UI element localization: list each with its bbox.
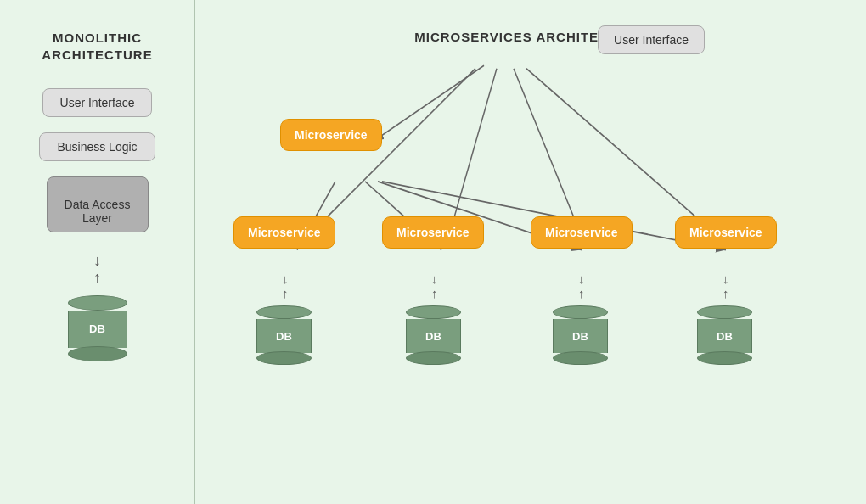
db4-top: [697, 305, 752, 319]
monolithic-business-logic-box: Business Logic: [39, 132, 155, 161]
db1-top: [256, 305, 312, 319]
db3-body: DB: [553, 319, 608, 353]
db4-bottom: [697, 351, 752, 365]
db-1: DB: [256, 305, 312, 365]
db1-bottom: [256, 351, 312, 365]
arrow-pair-1: ↓↑: [282, 272, 289, 300]
left-panel: MONOLITHIC ARCHITECTURE User Interface B…: [0, 0, 195, 504]
microservice-2: Microservice: [382, 216, 484, 249]
arrow-pair-2: ↓↑: [431, 272, 438, 300]
monolithic-arrow: ↓ ↑: [93, 253, 101, 287]
arrow-pair-3: ↓↑: [578, 272, 585, 300]
db1-body: DB: [256, 319, 312, 353]
microservice-4: Microservice: [675, 216, 777, 249]
db-2: DB: [406, 305, 461, 365]
db-top: [68, 295, 127, 311]
db2-bottom: [406, 351, 461, 365]
arrow-pair-4: ↓↑: [723, 272, 729, 300]
db-body: DB: [68, 311, 127, 348]
microservice-3: Microservice: [531, 216, 633, 249]
monolithic-title: MONOLITHIC ARCHITECTURE: [42, 30, 152, 63]
microservice-top: Microservice: [280, 119, 382, 151]
diagram-arrows: [195, 0, 866, 504]
db2-top: [406, 305, 461, 319]
monolithic-data-access-layer-box: Data Access Layer: [47, 176, 149, 232]
monolithic-db: DB: [68, 295, 127, 361]
user-interface-box: User Interface: [598, 25, 705, 54]
db-4: DB: [697, 305, 752, 365]
microservice-1: Microservice: [233, 216, 335, 249]
main-container: MONOLITHIC ARCHITECTURE User Interface B…: [0, 0, 866, 504]
db-3: DB: [553, 305, 608, 365]
db-bottom: [68, 346, 127, 361]
db3-bottom: [553, 351, 608, 365]
db3-top: [553, 305, 608, 319]
right-panel: MICROSERVICES ARCHITECTURE: [195, 0, 866, 504]
monolithic-user-interface-box: User Interface: [42, 88, 153, 117]
db2-body: DB: [406, 319, 461, 353]
db4-body: DB: [697, 319, 752, 353]
